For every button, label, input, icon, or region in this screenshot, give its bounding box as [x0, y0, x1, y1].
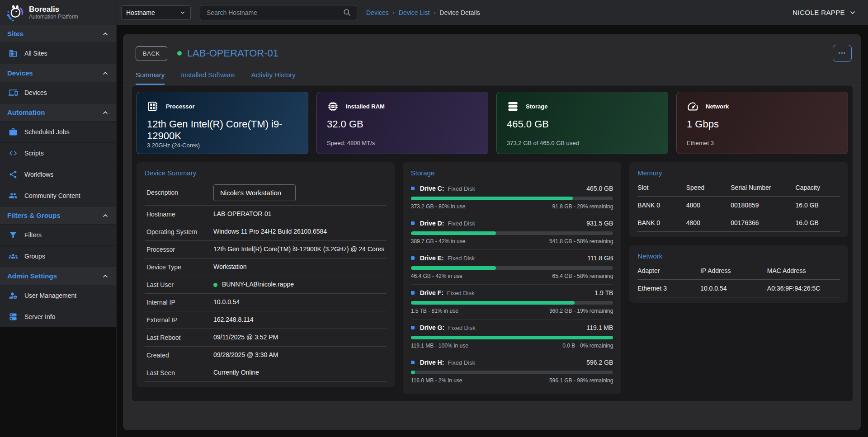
sidebar-item-label: Scripts [24, 150, 44, 157]
summary-row-value: BUNNY-LAB\nicole.rappe [213, 280, 294, 289]
right-column: Memory SlotSpeedSerial NumberCapacityBAN… [629, 162, 848, 303]
drive-drive-h: Drive H:Fixed Disk596.2 GB116.0 MB - 2% … [411, 354, 613, 389]
sidebar-section-label: Filters & Groups [7, 211, 61, 219]
sidebar-item-workflows[interactable]: Workflows [0, 164, 116, 185]
sidebar-item-scheduled-jobs[interactable]: Scheduled Jobs [0, 121, 116, 142]
storage-drive-list: Drive C:Fixed Disk465.0 GB373.2 GB - 80%… [411, 180, 613, 389]
tab-installed-software[interactable]: Installed Software [181, 71, 235, 85]
storage-panel: Storage Drive C:Fixed Disk465.0 GB373.2 … [403, 162, 622, 394]
sidebar-item-groups[interactable]: Groups [0, 245, 116, 267]
sidebar-item-devices[interactable]: Devices [0, 82, 116, 103]
network-panel: Network AdapterIP AddressMAC AddressEthe… [629, 245, 848, 303]
summary-row-label: Description [146, 188, 213, 197]
brand-name: Borealis [29, 5, 78, 14]
table-cell: 4800 [686, 197, 731, 214]
summary-row-label: Last Seen [146, 369, 213, 377]
drive-used: 389.7 GB - 42% in use [411, 238, 466, 244]
column-header-mac-address: MAC Address [767, 263, 840, 280]
search-field-dropdown[interactable]: Hostname [121, 5, 191, 20]
sidebar-item-community-content[interactable]: Community Content [0, 185, 116, 206]
drive-bullet-icon [411, 361, 415, 364]
description-input[interactable] [213, 184, 296, 201]
sidebar-item-all-sites[interactable]: All Sites [0, 42, 116, 64]
column-header-capacity: Capacity [796, 180, 840, 197]
brand-subtitle: Automation Platform [29, 14, 78, 20]
building-icon [9, 49, 18, 58]
stat-card-value: 1 Gbps [687, 118, 838, 130]
drive-total: 596.2 GB [586, 359, 613, 366]
tab-activity-history[interactable]: Activity History [251, 71, 295, 85]
back-button[interactable]: BACK [136, 46, 167, 61]
sidebar-section-admin-settings[interactable]: Admin Settings [0, 267, 116, 285]
sidebar-item-scripts[interactable]: Scripts [0, 142, 116, 164]
memory-table: SlotSpeedSerial NumberCapacityBANK 04800… [637, 180, 840, 232]
drive-used: 116.0 MB - 2% in use [411, 377, 462, 384]
storage-icon [507, 100, 519, 113]
share-icon [9, 170, 18, 179]
summary-row-value: 10.0.0.54 [213, 298, 240, 307]
summary-row-description: Description [145, 180, 387, 206]
drive-usage-bar [411, 266, 613, 270]
drive-bullet-icon [411, 326, 415, 329]
drive-total: 465.0 GB [586, 185, 613, 192]
sidebar-section-automation[interactable]: Automation [0, 103, 116, 121]
sidebar-item-filters[interactable]: Filters [0, 224, 116, 245]
summary-row-label: Processor [146, 245, 213, 254]
chevron-up-icon [102, 30, 109, 38]
network-table: AdapterIP AddressMAC AddressEthernet 310… [637, 263, 840, 297]
stat-card-label: Network [706, 103, 729, 110]
sidebar-section-devices[interactable]: Devices [0, 64, 116, 82]
tab-summary[interactable]: Summary [136, 71, 165, 85]
detail-panels: Device Summary DescriptionHostnameLAB-OP… [136, 154, 849, 394]
drive-usage-bar [411, 371, 613, 374]
drive-remaining: 0.0 B - 0% remaining [562, 343, 613, 349]
stat-card-footer: Speed: 4800 MT/s [327, 140, 478, 146]
summary-row-value: Workstation [213, 263, 247, 272]
breadcrumb-devices[interactable]: Devices [366, 9, 389, 16]
drive-usage-bar [411, 336, 613, 339]
sidebar-section-sites[interactable]: Sites [0, 25, 116, 42]
summary-row-internal-ip: Internal IP10.0.0.54 [145, 294, 387, 311]
breadcrumb-device-list[interactable]: Device List [399, 9, 429, 16]
drive-usage-fill [411, 301, 575, 305]
column-header-speed: Speed [686, 180, 731, 197]
more-actions-button[interactable]: ••• [833, 45, 852, 62]
network-panel-title: Network [637, 252, 840, 260]
summary-row-value: 162.248.8.114 [213, 315, 254, 324]
storage-panel-title: Storage [411, 169, 613, 177]
table-cell: 4800 [686, 214, 731, 232]
summary-row-label: Internal IP [146, 298, 213, 306]
drive-name: Drive D: [420, 220, 444, 227]
sidebar-item-label: Devices [24, 89, 47, 96]
speedometer-icon [687, 100, 699, 113]
table-cell: 16.0 GB [796, 214, 840, 232]
drive-remaining: 596.1 GB - 98% remaining [549, 377, 613, 384]
drive-usage-fill [411, 336, 613, 339]
brand-header: Borealis Automation Platform [0, 0, 116, 25]
cpu-icon [147, 100, 159, 113]
groups-icon [9, 252, 18, 261]
drive-usage-fill [411, 197, 573, 200]
chevron-up-icon [102, 70, 109, 77]
summary-row-value: 09/28/2025 @ 3:30 AM [213, 351, 278, 360]
drive-type: Fixed Disk [447, 290, 475, 296]
user-menu[interactable]: NICOLE RAPPE [793, 9, 856, 16]
sidebar-section-filters-groups[interactable]: Filters & Groups [0, 206, 116, 224]
table-cell: BANK 0 [637, 214, 686, 232]
summary-row-hostname: HostnameLAB-OPERATOR-01 [145, 206, 387, 223]
sidebar-section-label: Automation [7, 108, 45, 116]
summary-row-label: Created [146, 351, 213, 359]
table-cell: 00180859 [731, 197, 795, 214]
breadcrumb: Devices›Device List›Device Details [366, 9, 480, 16]
summary-row-value: 09/11/2025 @ 3:52 PM [213, 333, 278, 342]
sidebar-item-user-management[interactable]: User Management [0, 285, 116, 306]
drive-remaining: 65.4 GB - 58% remaining [552, 273, 613, 279]
drive-usage-fill [411, 266, 496, 270]
ram-icon [327, 100, 339, 113]
devices-icon [9, 88, 18, 97]
app-root: Borealis Automation Platform SitesAll Si… [0, 0, 868, 437]
sidebar-item-server-info[interactable]: Server Info [0, 306, 116, 327]
device-details-card: BACK LAB-OPERATOR-01 ••• SummaryInstalle… [123, 34, 861, 430]
stat-card-label: Installed RAM [346, 103, 385, 110]
search-input[interactable] [206, 9, 343, 17]
